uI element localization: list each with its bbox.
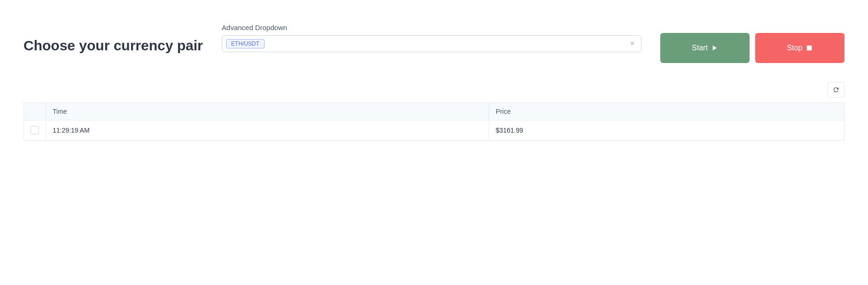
- stop-button-label: Stop: [787, 44, 803, 52]
- stop-button[interactable]: Stop: [755, 33, 845, 63]
- row-checkbox[interactable]: [31, 126, 39, 135]
- currency-pair-dropdown[interactable]: ETH/USDT ×: [222, 35, 641, 52]
- column-header-time: Time: [46, 103, 489, 120]
- selected-currency-tag[interactable]: ETH/USDT: [226, 39, 265, 48]
- column-header-checkbox: [24, 103, 46, 120]
- column-header-price: Price: [489, 103, 844, 120]
- play-icon: [712, 45, 718, 51]
- refresh-icon: [832, 86, 840, 94]
- price-table: Time Price 11:29:19 AM $3161.99: [23, 103, 845, 141]
- cell-time: 11:29:19 AM: [46, 120, 489, 141]
- cell-price: $3161.99: [489, 120, 844, 141]
- start-button-label: Start: [692, 44, 708, 52]
- table-row: 11:29:19 AM $3161.99: [24, 120, 845, 141]
- svg-rect-0: [807, 46, 812, 51]
- refresh-button[interactable]: [828, 82, 845, 98]
- page-title: Choose your currency pair: [23, 38, 203, 54]
- stop-icon: [806, 45, 813, 51]
- start-button[interactable]: Start: [660, 33, 750, 63]
- dropdown-label: Advanced Dropdown: [222, 24, 641, 32]
- clear-dropdown-button[interactable]: ×: [627, 40, 637, 48]
- close-icon: ×: [630, 40, 634, 48]
